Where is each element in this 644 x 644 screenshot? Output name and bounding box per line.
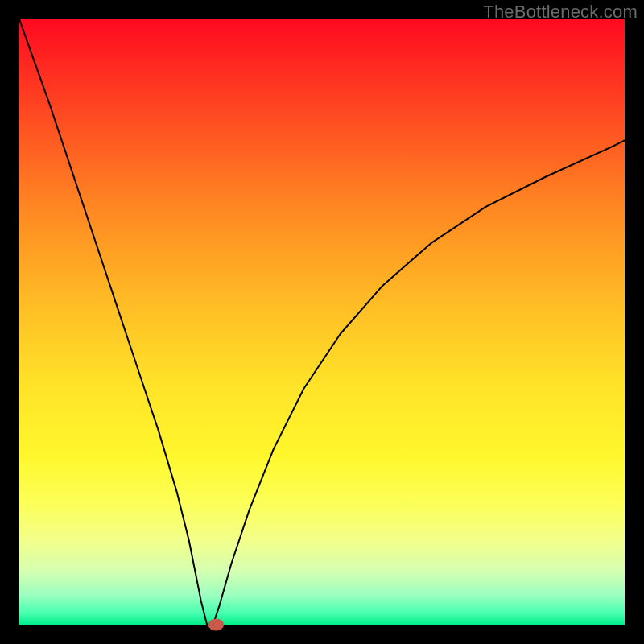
watermark-text: TheBottleneck.com <box>483 2 638 23</box>
minimum-marker <box>208 619 225 631</box>
bottleneck-curve <box>19 19 625 625</box>
chart-frame: TheBottleneck.com <box>0 0 644 644</box>
curve-layer <box>19 19 625 625</box>
plot-area <box>19 19 625 625</box>
